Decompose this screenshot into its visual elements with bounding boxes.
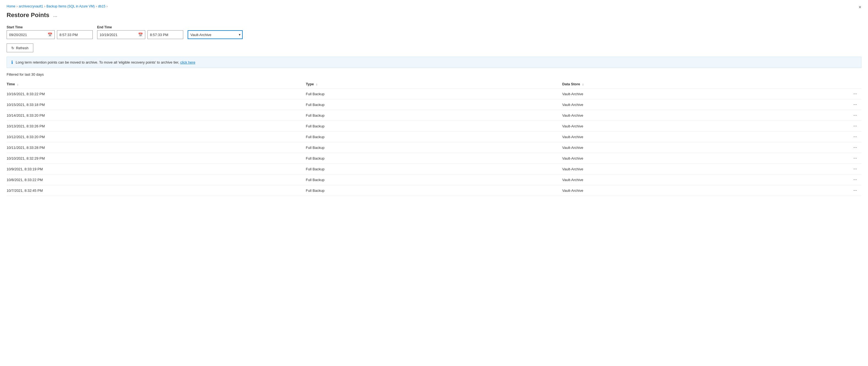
start-date-input-group: 📅 xyxy=(7,30,55,39)
table-body: 10/16/2021, 8:33:22 PMFull BackupVault-A… xyxy=(7,89,861,196)
row-more-actions-button[interactable]: ··· xyxy=(852,145,858,150)
cell-datastore: Vault-Archive xyxy=(562,164,819,175)
col-header-datastore[interactable]: Data Store ↕ xyxy=(562,80,819,89)
table-row: 10/7/2021, 8:32:45 PMFull BackupVault-Ar… xyxy=(7,185,861,196)
refresh-label: Refresh xyxy=(16,46,29,50)
cell-actions: ··· xyxy=(819,99,861,110)
cell-actions: ··· xyxy=(819,164,861,175)
cell-datastore: Vault-Archive xyxy=(562,142,819,153)
cell-actions: ··· xyxy=(819,110,861,121)
end-date-input-group: 📅 xyxy=(97,30,145,39)
table-row: 10/10/2021, 8:32:29 PMFull BackupVault-A… xyxy=(7,153,861,164)
cell-datastore: Vault-Archive xyxy=(562,185,819,196)
start-date-input[interactable] xyxy=(7,33,45,37)
end-time-section: 📅 xyxy=(97,30,183,39)
end-time-label: End Time xyxy=(97,25,183,29)
close-button[interactable]: × xyxy=(858,4,861,10)
cell-actions: ··· xyxy=(819,121,861,131)
col-header-type[interactable]: Type ↕ xyxy=(306,80,562,89)
cell-time: 10/15/2021, 8:33:18 PM xyxy=(7,99,306,110)
breadcrumb-vault[interactable]: archiveccyvault1 xyxy=(19,4,43,8)
row-more-actions-button[interactable]: ··· xyxy=(852,156,858,161)
table-row: 10/12/2021, 8:33:20 PMFull BackupVault-A… xyxy=(7,131,861,142)
cell-actions: ··· xyxy=(819,175,861,185)
col-header-time[interactable]: Time ↓ xyxy=(7,80,306,89)
table-row: 10/9/2021, 8:33:19 PMFull BackupVault-Ar… xyxy=(7,164,861,175)
cell-type: Full Backup xyxy=(306,164,562,175)
page-header: Restore Points ... xyxy=(7,11,861,19)
row-more-actions-button[interactable]: ··· xyxy=(852,177,858,182)
cell-type: Full Backup xyxy=(306,185,562,196)
table-row: 10/15/2021, 8:33:18 PMFull BackupVault-A… xyxy=(7,99,861,110)
cell-datastore: Vault-Archive xyxy=(562,89,819,99)
breadcrumb-db[interactable]: db15 xyxy=(98,4,105,8)
table-row: 10/11/2021, 8:33:28 PMFull BackupVault-A… xyxy=(7,142,861,153)
type-sort-icon: ↕ xyxy=(316,83,317,86)
info-banner-text: Long term retention points can be moved … xyxy=(16,60,195,64)
cell-type: Full Backup xyxy=(306,153,562,164)
table-row: 10/8/2021, 8:33:22 PMFull BackupVault-Ar… xyxy=(7,175,861,185)
start-calendar-icon[interactable]: 📅 xyxy=(45,32,55,37)
breadcrumb: Home › archiveccyvault1 › Backup Items (… xyxy=(7,4,861,8)
table-row: 10/13/2021, 8:33:26 PMFull BackupVault-A… xyxy=(7,121,861,131)
cell-actions: ··· xyxy=(819,89,861,99)
table-header-row: Time ↓ Type ↕ Data Store ↕ xyxy=(7,80,861,89)
info-banner-link[interactable]: click here xyxy=(180,60,195,64)
page-container: Home › archiveccyvault1 › Backup Items (… xyxy=(0,0,868,200)
cell-datastore: Vault-Archive xyxy=(562,110,819,121)
refresh-icon: ↻ xyxy=(11,46,14,50)
cell-datastore: Vault-Archive xyxy=(562,121,819,131)
row-more-actions-button[interactable]: ··· xyxy=(852,113,858,118)
row-more-actions-button[interactable]: ··· xyxy=(852,102,858,107)
datastore-select[interactable]: Vault-Archive All Vault-Standard Operati… xyxy=(188,30,243,39)
cell-type: Full Backup xyxy=(306,121,562,131)
cell-type: Full Backup xyxy=(306,142,562,153)
cell-datastore: Vault-Archive xyxy=(562,131,819,142)
end-date-input[interactable] xyxy=(97,33,136,37)
cell-actions: ··· xyxy=(819,185,861,196)
cell-type: Full Backup xyxy=(306,175,562,185)
datastore-filter-group: Vault-Archive All Vault-Standard Operati… xyxy=(188,30,243,39)
cell-datastore: Vault-Archive xyxy=(562,99,819,110)
end-calendar-icon[interactable]: 📅 xyxy=(136,32,145,37)
row-more-actions-button[interactable]: ··· xyxy=(852,124,858,128)
cell-type: Full Backup xyxy=(306,110,562,121)
cell-time: 10/12/2021, 8:33:20 PM xyxy=(7,131,306,142)
refresh-button[interactable]: ↻ Refresh xyxy=(7,43,33,52)
end-time-group: End Time 📅 xyxy=(97,25,183,39)
info-banner: ℹ Long term retention points can be move… xyxy=(7,57,861,68)
start-time-group: Start Time 📅 xyxy=(7,25,93,39)
row-more-actions-button[interactable]: ··· xyxy=(852,188,858,193)
more-options-button[interactable]: ... xyxy=(52,12,59,19)
filters-row: Start Time 📅 End Time 📅 xyxy=(7,25,861,39)
start-time-section: 📅 xyxy=(7,30,93,39)
cell-time: 10/7/2021, 8:32:45 PM xyxy=(7,185,306,196)
page-title: Restore Points xyxy=(7,11,49,19)
datastore-sort-icon: ↕ xyxy=(582,83,584,86)
cell-time: 10/8/2021, 8:33:22 PM xyxy=(7,175,306,185)
cell-time: 10/11/2021, 8:33:28 PM xyxy=(7,142,306,153)
filter-status: Filtered for last 30 days xyxy=(7,72,861,77)
cell-time: 10/9/2021, 8:33:19 PM xyxy=(7,164,306,175)
row-more-actions-button[interactable]: ··· xyxy=(852,166,858,172)
breadcrumb-home[interactable]: Home xyxy=(7,4,16,8)
cell-datastore: Vault-Archive xyxy=(562,153,819,164)
col-header-actions xyxy=(819,80,861,89)
table-header: Time ↓ Type ↕ Data Store ↕ xyxy=(7,80,861,89)
row-more-actions-button[interactable]: ··· xyxy=(852,91,858,96)
start-time-input[interactable] xyxy=(57,30,93,39)
cell-actions: ··· xyxy=(819,142,861,153)
table-row: 10/16/2021, 8:33:22 PMFull BackupVault-A… xyxy=(7,89,861,99)
cell-type: Full Backup xyxy=(306,131,562,142)
cell-time: 10/16/2021, 8:33:22 PM xyxy=(7,89,306,99)
cell-time: 10/13/2021, 8:33:26 PM xyxy=(7,121,306,131)
cell-time: 10/14/2021, 8:33:20 PM xyxy=(7,110,306,121)
breadcrumb-backup-items[interactable]: Backup Items (SQL in Azure VM) xyxy=(46,4,95,8)
cell-actions: ··· xyxy=(819,131,861,142)
start-time-label: Start Time xyxy=(7,25,93,29)
cell-datastore: Vault-Archive xyxy=(562,175,819,185)
row-more-actions-button[interactable]: ··· xyxy=(852,134,858,139)
cell-time: 10/10/2021, 8:32:29 PM xyxy=(7,153,306,164)
end-time-input[interactable] xyxy=(148,30,183,39)
cell-type: Full Backup xyxy=(306,89,562,99)
